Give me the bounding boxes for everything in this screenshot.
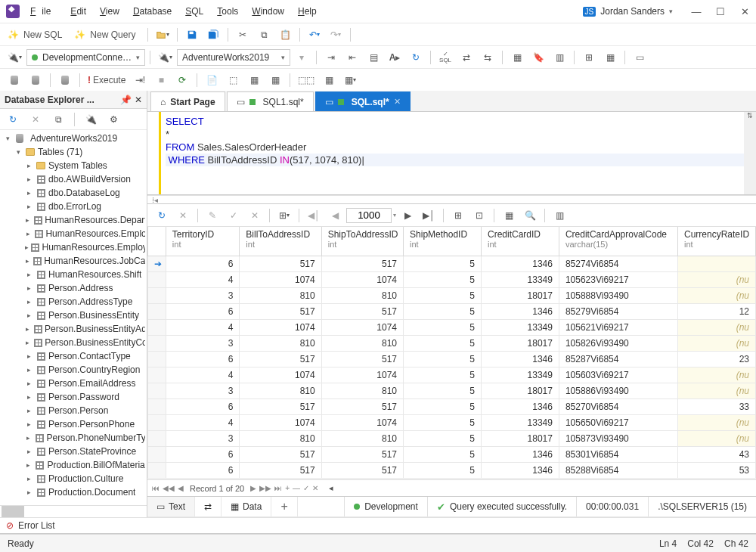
- cell[interactable]: 23: [678, 351, 756, 367]
- grid-edit-button[interactable]: ✎: [203, 206, 222, 225]
- editor-vscroll[interactable]: ⇅: [744, 112, 756, 194]
- cell[interactable]: (nu: [678, 383, 756, 398]
- col-ShipToAddressID[interactable]: ShipToAddressIDint: [321, 227, 403, 256]
- menu-sql[interactable]: SQL: [179, 3, 209, 20]
- col-CreditCardID[interactable]: CreditCardIDint: [481, 227, 559, 256]
- row-selector[interactable]: [148, 303, 166, 319]
- tb2-d[interactable]: ▥: [550, 48, 569, 67]
- cell[interactable]: 517: [240, 446, 321, 462]
- cell[interactable]: 33: [678, 398, 756, 414]
- row-selector[interactable]: [148, 271, 166, 287]
- tree-row[interactable]: ▸dbo.AWBuildVersion: [2, 172, 147, 186]
- tree-row[interactable]: ▸Production.Document: [2, 485, 147, 499]
- cell[interactable]: 6: [166, 303, 240, 319]
- grid-prev-button[interactable]: ◀: [325, 206, 345, 225]
- row-selector[interactable]: [148, 383, 166, 398]
- tree-row[interactable]: ▸dbo.DatabaseLog: [2, 186, 147, 200]
- cell[interactable]: (nu: [678, 271, 756, 287]
- cell[interactable]: 105623Vi69217: [559, 271, 677, 287]
- pager-nav-fwd[interactable]: ▶▶▶⏭+—✓✕: [250, 484, 318, 492]
- tb3-e[interactable]: ⟳: [172, 71, 192, 89]
- cell[interactable]: 105888Vi93490: [559, 287, 677, 303]
- tb2-g[interactable]: ▭: [630, 48, 649, 67]
- cell[interactable]: 85279Vi6854: [559, 303, 677, 319]
- undo-button[interactable]: ↶▾: [305, 26, 324, 44]
- indent-button[interactable]: ⇥: [321, 48, 341, 67]
- new-sql-button[interactable]: ✨ New SQL: [5, 26, 70, 44]
- tb2-b[interactable]: ⇆: [478, 48, 497, 67]
- grid-first-button[interactable]: ◀│: [304, 206, 324, 225]
- row-selector[interactable]: [148, 462, 166, 478]
- tb3-g[interactable]: ⬚: [223, 71, 243, 89]
- tree-row[interactable]: ▾AdventureWorks2019: [2, 132, 147, 145]
- row-selector[interactable]: [148, 335, 166, 351]
- grid-search-button[interactable]: 🔍: [520, 206, 540, 225]
- tb2-a[interactable]: ⇄: [457, 48, 476, 67]
- tab-sql[interactable]: ▭SQL.sql*✕: [315, 91, 411, 111]
- cell[interactable]: 810: [240, 383, 321, 398]
- outdent-button[interactable]: ⇤: [342, 48, 362, 67]
- tree-row[interactable]: ▸dbo.ErrorLog: [2, 200, 147, 213]
- cell[interactable]: 5: [404, 414, 482, 430]
- cell[interactable]: 1346: [481, 303, 559, 319]
- cell[interactable]: 5: [404, 335, 482, 351]
- grid-rows-input[interactable]: [346, 208, 392, 223]
- tree-row[interactable]: ▸Person.Password: [2, 390, 147, 404]
- menu-view[interactable]: View: [94, 3, 125, 20]
- tree-row[interactable]: ▸Production.Culture: [2, 472, 147, 485]
- cell[interactable]: 517: [240, 398, 321, 414]
- grid-next-button[interactable]: ▶: [398, 206, 417, 225]
- cell[interactable]: 517: [321, 351, 403, 367]
- save-all-button[interactable]: [203, 26, 223, 44]
- comment-button[interactable]: ▤: [364, 48, 383, 67]
- tb3-h[interactable]: ▦: [244, 71, 264, 89]
- cell[interactable]: 1074: [321, 271, 403, 287]
- col-ShipMethodID[interactable]: ShipMethodIDint: [404, 227, 482, 256]
- cell[interactable]: 85288Vi6854: [559, 462, 677, 478]
- tree-row[interactable]: ▸Person.Address: [2, 281, 147, 295]
- tb3-d[interactable]: ⇥!: [130, 71, 150, 89]
- menu-database[interactable]: Database: [127, 3, 178, 20]
- grid-last-button[interactable]: ▶│: [419, 206, 438, 225]
- tab-add[interactable]: +: [271, 497, 297, 516]
- tb3-b[interactable]: [26, 71, 45, 89]
- cell[interactable]: 105886Vi93490: [559, 383, 677, 398]
- cell[interactable]: 810: [240, 430, 321, 446]
- cell[interactable]: 6: [166, 446, 240, 462]
- minimize-button[interactable]: —: [691, 6, 702, 17]
- cell[interactable]: 517: [240, 462, 321, 478]
- cell[interactable]: (nu: [678, 287, 756, 303]
- sql-check-button[interactable]: ✓SQL: [435, 48, 455, 67]
- menu-window[interactable]: Window: [246, 3, 290, 20]
- splitter[interactable]: ⁞◂: [147, 195, 756, 204]
- tree-btn-b[interactable]: 🔌: [81, 110, 101, 129]
- cell[interactable]: 12: [678, 303, 756, 319]
- cell[interactable]: 1074: [240, 271, 321, 287]
- cell[interactable]: 517: [240, 351, 321, 367]
- cell[interactable]: 105826Vi93490: [559, 335, 677, 351]
- row-selector[interactable]: [148, 287, 166, 303]
- cell[interactable]: 5: [404, 303, 482, 319]
- connection-icon[interactable]: 🔌▾: [5, 48, 25, 67]
- tree-row[interactable]: ▸Person.BusinessEntity: [2, 309, 147, 322]
- cell[interactable]: 105603Vi69217: [559, 367, 677, 383]
- tb3-l[interactable]: ▦▾: [340, 71, 360, 89]
- tree-row[interactable]: ▸Person.CountryRegion: [2, 363, 147, 377]
- refresh-tree-button[interactable]: ↻: [3, 110, 23, 129]
- cell[interactable]: 517: [321, 446, 403, 462]
- editor-code[interactable]: SELECT * FROM Sales.SalesOrderHeader WHE…: [161, 112, 756, 194]
- row-selector[interactable]: [148, 446, 166, 462]
- cell[interactable]: 5: [404, 430, 482, 446]
- cell[interactable]: 5: [404, 367, 482, 383]
- tab-data[interactable]: ▦Data: [222, 497, 271, 516]
- cell[interactable]: 18017: [481, 383, 559, 398]
- row-selector[interactable]: ➔: [148, 256, 166, 271]
- menu-file[interactable]: File: [24, 3, 63, 20]
- tb3-i[interactable]: ▦: [265, 71, 285, 89]
- cell[interactable]: 3: [166, 383, 240, 398]
- tree-row[interactable]: ▸Person.PhoneNumberType: [2, 431, 147, 445]
- tb3-j[interactable]: ⬚⬚: [295, 71, 318, 89]
- sql-editor[interactable]: SELECT * FROM Sales.SalesOrderHeader WHE…: [147, 112, 756, 195]
- format-button[interactable]: A▸: [385, 48, 404, 67]
- cell[interactable]: 517: [321, 462, 403, 478]
